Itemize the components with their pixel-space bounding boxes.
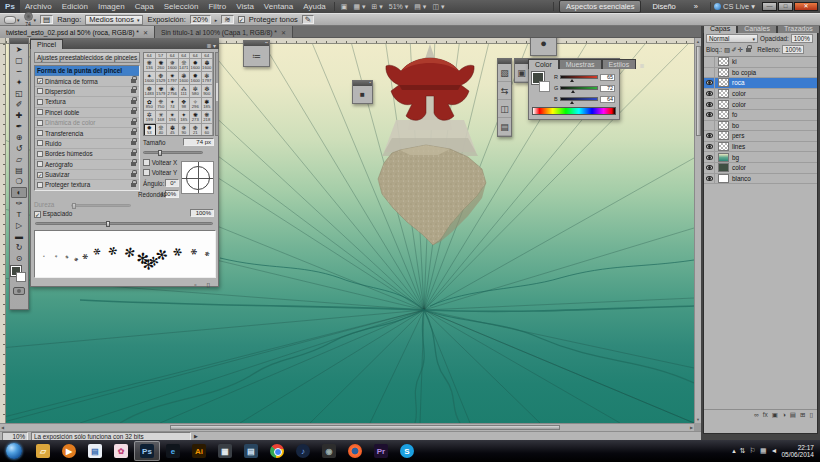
brush-category-ruido[interactable]: Ruido [35,139,139,149]
photo-viewer-icon[interactable]: ▤ [82,441,108,461]
brush-tip-273[interactable]: ✺273 [190,111,202,124]
visibility-toggle[interactable] [704,99,715,109]
scroll-thumb[interactable] [170,425,560,430]
background-color-swatch[interactable] [539,81,550,92]
lock-icon[interactable] [131,89,136,93]
tab-color[interactable]: Color [528,59,559,69]
menu-ayuda[interactable]: Ayuda [298,2,331,11]
layer-row-bo[interactable]: bo [704,121,817,132]
visibility-toggle[interactable] [704,142,715,152]
layer-row-color[interactable]: color [704,163,817,174]
chrome-icon[interactable] [264,441,290,461]
color-spectrum-ramp[interactable] [532,107,616,115]
rango-dropdown[interactable]: Medios tonos▾ [85,15,143,25]
redondez-value[interactable]: 100% [165,190,179,198]
lock-icon[interactable] [131,141,136,145]
menu-imagen[interactable]: Imagen [93,2,130,11]
brush-tip-45[interactable]: ✽45 [167,124,179,136]
pen-tool[interactable]: ✑ [11,198,27,209]
layer-row-color[interactable]: color [704,89,817,100]
volume-icon[interactable]: ◄ [771,447,778,455]
brush-tip-21[interactable]: ❉21 [190,124,202,136]
zoom-level-field[interactable]: 51% ▾ [386,3,411,11]
layer-row-bo-copia[interactable]: bo copia [704,68,817,79]
tab-pincel[interactable]: Pincel [30,39,63,49]
dodge-tool-preset[interactable]: ▾ [4,16,20,24]
workspace-more-button[interactable]: » [687,0,705,13]
tray-up-arrow-icon[interactable]: ▴ [732,447,736,455]
visibility-toggle[interactable] [704,57,715,67]
tab-estilos[interactable]: Estilos [602,59,637,69]
quick-mask-button[interactable] [13,287,25,295]
layer-row-ki[interactable]: ki [704,57,817,68]
brush-size-picker[interactable]: 74 ▾ [24,12,37,27]
visibility-toggle[interactable] [704,131,715,141]
collapsed-panel-icon-2[interactable]: ⇆ [498,82,511,100]
brush-tip-218[interactable]: ❋218 [202,111,214,124]
illustrator-icon[interactable]: Ai [186,441,212,461]
brush-category-dinamica-de-color[interactable]: Dinámica de color [35,118,139,128]
tamano-slider[interactable] [143,151,203,154]
brush-category-suavizar[interactable]: ✓Suavizar [35,170,139,180]
airbrush-toggle-icon[interactable]: ≋ [221,15,233,24]
brush-tip-53[interactable]: ✹53 [144,124,156,136]
brush-category-dispersion[interactable]: Dispersión [35,87,139,97]
brush-tip-60[interactable]: ✷60 [202,124,214,136]
brush-tip-260[interactable]: ✺260 [156,59,168,72]
collapsed-panel-icon-3[interactable]: ◫ [498,100,511,118]
tamano-value[interactable]: 74 px [183,138,214,146]
layer-row-lines[interactable]: lines [704,142,817,153]
taskbar-clock[interactable]: 22:17 05/06/2014 [781,444,814,458]
exposicion-slider-arrow[interactable]: ▸ [215,17,218,23]
rotate-view-tool[interactable]: ↻ [11,242,27,253]
brush-tip-1529[interactable]: ❉1529 [156,72,168,85]
skype-icon[interactable]: S [394,441,420,461]
internet-explorer-icon[interactable]: e [160,441,186,461]
visibility-toggle[interactable] [704,78,715,88]
itunes-icon[interactable]: ♪ [290,441,316,461]
history-brush-tool[interactable]: ↺ [11,143,27,154]
menu-filtro[interactable]: Filtro [203,2,231,11]
panel-menu-icon[interactable]: ≣ ▾ [203,42,219,49]
menu-edicion[interactable]: Edición [57,2,93,11]
opacidad-field[interactable]: 100% [791,34,813,43]
cs-live-button[interactable]: CS Live ▾ [714,2,755,11]
layer-row-blanco[interactable]: blanco [704,174,817,185]
language-flag-icon[interactable]: ⚐ [750,447,756,455]
snipping-tool-icon[interactable]: ✿ [108,441,134,461]
visibility-toggle[interactable] [704,121,715,131]
blur-tool[interactable]: ❍ [11,176,27,187]
premiere-icon[interactable]: Pr [368,441,394,461]
brush-category-aerografo[interactable]: Aerógrafo [35,160,139,170]
healing-brush-tool[interactable]: ✚ [11,110,27,121]
screen-mode-icon[interactable]: ◫ ▾ [429,3,447,11]
camera-app-icon[interactable]: ◉ [316,441,342,461]
brush-tip-2756[interactable]: ❀2756 [167,85,179,98]
brush-tip-185[interactable]: ✦185 [179,111,191,124]
brush-panel-footer-icons[interactable]: ▫ ▯ [194,281,214,289]
lock-icon[interactable] [131,131,136,135]
layer-row-color[interactable]: color [704,99,817,110]
mini-panel-collapsed[interactable]: ▪■ [352,80,373,104]
minimize-button[interactable]: — [762,2,777,11]
status-arrow-icon[interactable]: ▶ [194,433,198,439]
layer-row-roca[interactable]: roca [704,78,817,89]
start-button[interactable] [6,443,22,459]
bridge-launcher-icon[interactable]: ▣ [338,3,351,10]
dodge-tool[interactable]: ◐ [11,187,27,198]
brush-category-dinamica-de-forma[interactable]: ✓Dinámica de forma [35,76,139,86]
zoom-tool[interactable]: ⊙ [11,253,27,264]
brush-category-textura[interactable]: Textura [35,97,139,107]
layer-group-icon[interactable]: ▤ [790,411,796,419]
brush-tip-111[interactable]: ⁂111 [179,85,191,98]
layer-row-fo[interactable]: fo [704,110,817,121]
photoshop-icon[interactable]: Ps [134,441,160,461]
brush-tip-1600[interactable]: ✶1600 [144,72,156,85]
layer-mask-icon[interactable]: ▣ [772,411,778,419]
crop-tool[interactable]: ◱ [11,88,27,99]
menu-vista[interactable]: Vista [231,2,259,11]
layer-row-bg[interactable]: bg [704,152,817,163]
lock-icon[interactable] [131,110,136,114]
arrange-documents-icon[interactable]: ▤ ▾ [411,3,429,11]
close-button[interactable]: ✕ [794,2,818,11]
